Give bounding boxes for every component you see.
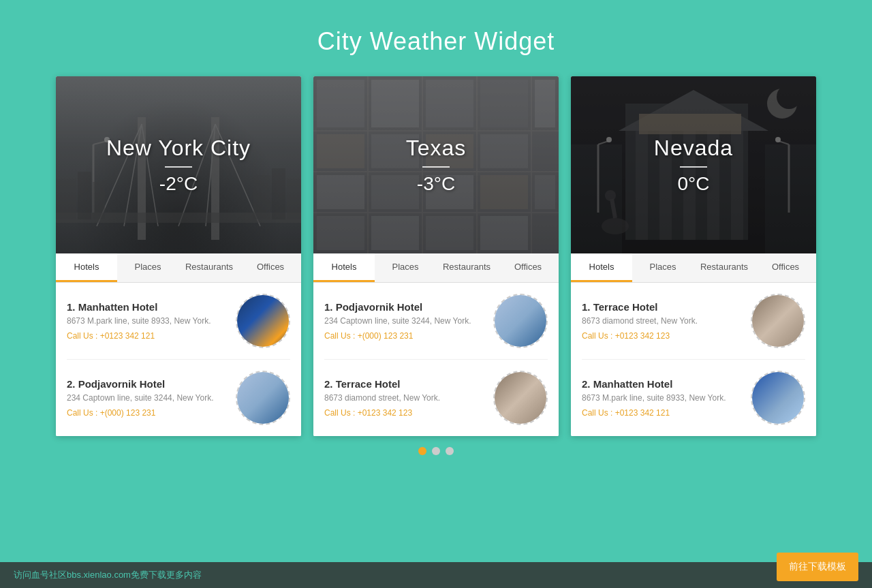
hotel-item: 1. Terrace Hotel 8673 diamond street, Ne… (582, 283, 805, 360)
download-button[interactable]: 前往下载模板 (777, 553, 858, 581)
hotel-item: 1. Podjavornik Hotel 234 Captown line, s… (324, 283, 548, 360)
phone-number[interactable]: +0123 342 123 (615, 331, 670, 341)
call-label: Call Us : (324, 408, 355, 418)
nevada-overlay: Nevada 0°C (571, 76, 816, 253)
hotel-info: 1. Podjavornik Hotel 234 Captown line, s… (324, 301, 485, 341)
call-label: Call Us : (324, 331, 355, 341)
hotel-address: 234 Captown line, suite 3244, New York. (67, 392, 228, 404)
pagination-dot-2[interactable] (432, 447, 440, 455)
hotel-name: 1. Podjavornik Hotel (324, 301, 485, 313)
hotel-image (493, 371, 548, 425)
hotel-phone: Call Us : +(000) 123 231 (324, 331, 485, 341)
hotel-address: 8673 M.park line, suite 8933, New York. (582, 392, 743, 404)
hotel-info: 2. Manhatten Hotel 8673 M.park line, sui… (582, 378, 743, 418)
hotel-image (236, 294, 290, 348)
pagination (0, 436, 872, 461)
footer-bar: 访问血号社区bbs.xienlao.com免费下载更多内容 (0, 562, 872, 588)
tab-places-texas[interactable]: Places (375, 253, 436, 282)
footer-text: 访问血号社区bbs.xienlao.com免费下载更多内容 (14, 569, 202, 581)
hotel-address: 8673 diamond street, New York. (324, 392, 485, 404)
hotel-thumbnail (495, 295, 546, 347)
pagination-dot-1[interactable] (418, 447, 426, 455)
texas-city-name: Texas (406, 136, 467, 161)
hotel-image (493, 294, 548, 348)
card-image-nyc: New York City -2°C (56, 76, 301, 253)
hotel-image (236, 371, 290, 425)
card-nevada: Nevada 0°C Hotels Places Restaurants Off… (571, 76, 816, 436)
tab-offices-texas[interactable]: Offices (497, 253, 559, 282)
cards-container: New York City -2°C Hotels Places Restaur… (0, 76, 872, 436)
tab-restaurants-texas[interactable]: Restaurants (436, 253, 497, 282)
tab-hotels-nevada[interactable]: Hotels (571, 253, 632, 282)
hotel-image (751, 371, 805, 425)
texas-overlay: Texas -3°C (313, 76, 559, 253)
phone-number[interactable]: +(000) 123 231 (100, 408, 156, 418)
nyc-city-name: New York City (106, 136, 251, 161)
hotel-item: 2. Podjavornik Hotel 234 Captown line, s… (67, 360, 290, 436)
tab-offices-nyc[interactable]: Offices (240, 253, 301, 282)
hotel-item: 2. Terrace Hotel 8673 diamond street, Ne… (324, 360, 548, 436)
nevada-tabs: Hotels Places Restaurants Offices (571, 253, 816, 283)
tab-hotels-nyc[interactable]: Hotels (56, 253, 117, 282)
nevada-temp: 0°C (678, 173, 710, 195)
hotel-name: 2. Terrace Hotel (324, 378, 485, 390)
phone-number[interactable]: +0123 342 121 (615, 408, 670, 418)
hotel-name: 1. Terrace Hotel (582, 301, 743, 313)
hotel-thumbnail (752, 295, 804, 347)
card-image-nevada: Nevada 0°C (571, 76, 816, 253)
call-label: Call Us : (67, 408, 97, 418)
hotel-phone: Call Us : +0123 342 123 (582, 331, 743, 341)
nevada-content: 1. Terrace Hotel 8673 diamond street, Ne… (571, 283, 816, 436)
texas-content: 1. Podjavornik Hotel 234 Captown line, s… (313, 283, 559, 436)
card-nyc: New York City -2°C Hotels Places Restaur… (56, 76, 301, 436)
nyc-temp: -2°C (159, 173, 198, 195)
pagination-dot-3[interactable] (446, 447, 454, 455)
hotel-address: 8673 diamond street, New York. (582, 315, 743, 327)
phone-number[interactable]: +(000) 123 231 (358, 331, 414, 341)
call-label: Call Us : (582, 331, 612, 341)
tab-offices-nevada[interactable]: Offices (755, 253, 816, 282)
nyc-overlay: New York City -2°C (56, 76, 301, 253)
hotel-info: 2. Terrace Hotel 8673 diamond street, Ne… (324, 378, 485, 418)
call-label: Call Us : (67, 331, 97, 341)
hotel-phone: Call Us : +0123 342 121 (582, 408, 743, 418)
hotel-item: 2. Manhatten Hotel 8673 M.park line, sui… (582, 360, 805, 436)
texas-tabs: Hotels Places Restaurants Offices (313, 253, 559, 283)
hotel-phone: Call Us : +(000) 123 231 (67, 408, 228, 418)
page-title: City Weather Widget (0, 0, 872, 76)
hotel-phone: Call Us : +0123 342 121 (67, 331, 228, 341)
phone-number[interactable]: +0123 342 121 (100, 331, 155, 341)
texas-divider (422, 166, 450, 168)
card-texas: Texas -3°C Hotels Places Restaurants Off… (313, 76, 559, 436)
nevada-divider (680, 166, 707, 168)
nevada-city-name: Nevada (654, 136, 733, 161)
hotel-name: 2. Podjavornik Hotel (67, 378, 228, 390)
tab-hotels-texas[interactable]: Hotels (313, 253, 375, 282)
hotel-info: 2. Podjavornik Hotel 234 Captown line, s… (67, 378, 228, 418)
phone-number[interactable]: +0123 342 123 (358, 408, 412, 418)
tab-places-nevada[interactable]: Places (632, 253, 694, 282)
tab-restaurants-nyc[interactable]: Restaurants (178, 253, 240, 282)
hotel-thumbnail (752, 372, 804, 424)
hotel-image (751, 294, 805, 348)
hotel-name: 2. Manhatten Hotel (582, 378, 743, 390)
hotel-thumbnail (495, 372, 546, 424)
hotel-thumbnail (237, 372, 289, 424)
hotel-address: 234 Captown line, suite 3244, New York. (324, 315, 485, 327)
hotel-item: 1. Manhatten Hotel 8673 M.park line, sui… (67, 283, 290, 360)
texas-temp: -3°C (417, 173, 455, 195)
nyc-divider (165, 166, 192, 168)
nyc-tabs: Hotels Places Restaurants Offices (56, 253, 301, 283)
card-image-texas: Texas -3°C (313, 76, 559, 253)
hotel-address: 8673 M.park line, suite 8933, New York. (67, 315, 228, 327)
hotel-info: 1. Manhatten Hotel 8673 M.park line, sui… (67, 301, 228, 341)
hotel-thumbnail (237, 295, 289, 347)
tab-places-nyc[interactable]: Places (117, 253, 178, 282)
hotel-info: 1. Terrace Hotel 8673 diamond street, Ne… (582, 301, 743, 341)
tab-restaurants-nevada[interactable]: Restaurants (694, 253, 755, 282)
hotel-name: 1. Manhatten Hotel (67, 301, 228, 313)
nyc-content: 1. Manhatten Hotel 8673 M.park line, sui… (56, 283, 301, 436)
call-label: Call Us : (582, 408, 612, 418)
hotel-phone: Call Us : +0123 342 123 (324, 408, 485, 418)
